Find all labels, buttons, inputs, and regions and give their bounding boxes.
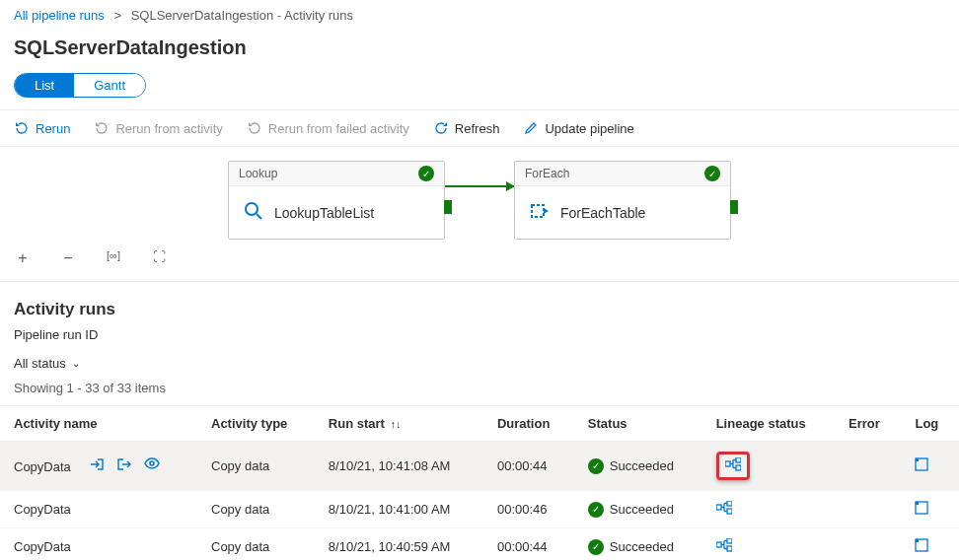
cell-duration: 00:00:44: [483, 442, 574, 491]
cell-run-start: 8/10/21, 10:41:08 AM: [315, 442, 483, 491]
view-gantt-button[interactable]: Gantt: [74, 74, 145, 97]
cell-error: [835, 491, 901, 528]
success-icon: ✓: [588, 458, 604, 474]
log-icon[interactable]: [915, 459, 928, 474]
col-error[interactable]: Error: [835, 406, 901, 442]
result-count: Showing 1 - 33 of 33 items: [0, 381, 959, 405]
sort-icon: ↑↓: [391, 418, 402, 430]
log-icon[interactable]: [915, 503, 928, 518]
foreach-icon: [529, 200, 551, 225]
output-icon[interactable]: [116, 457, 132, 474]
svg-rect-11: [727, 509, 732, 514]
update-pipeline-label: Update pipeline: [545, 121, 633, 136]
cell-activity-type: Copy data: [197, 491, 315, 528]
svg-rect-2: [532, 205, 544, 217]
table-row[interactable]: CopyData Copy data 8/10/21, 10:41:00 AM …: [0, 491, 959, 528]
cell-error: [835, 528, 901, 561]
log-icon[interactable]: [915, 540, 928, 555]
canvas-controls: + − [∞] ⛶: [0, 240, 959, 271]
col-lineage[interactable]: Lineage status: [702, 406, 835, 442]
status-filter-label: All status: [14, 356, 66, 371]
success-badge-icon: ✓: [704, 166, 720, 181]
col-activity-type[interactable]: Activity type: [197, 406, 315, 442]
cell-status: Succeeded: [610, 539, 674, 554]
svg-rect-13: [916, 502, 919, 505]
node-lookup-name: LookupTableList: [274, 205, 374, 221]
zoom-out-button[interactable]: −: [59, 249, 77, 267]
rerun-button[interactable]: Rerun: [14, 120, 70, 136]
svg-rect-4: [725, 461, 730, 466]
breadcrumb-current: SQLServerDataIngestion - Activity runs: [131, 8, 353, 23]
rerun-activity-icon: [94, 120, 110, 136]
zoom-fit-button[interactable]: ⛶: [150, 249, 168, 267]
cell-activity-name: CopyData: [14, 502, 71, 517]
success-icon: ✓: [588, 539, 604, 555]
svg-rect-8: [916, 458, 919, 461]
chevron-down-icon: ⌄: [72, 358, 80, 369]
cell-duration: 00:00:46: [483, 491, 574, 528]
view-toggle: List Gantt: [14, 73, 146, 98]
svg-rect-6: [736, 465, 741, 470]
svg-point-3: [150, 461, 154, 465]
col-run-start[interactable]: Run start ↑↓: [315, 406, 483, 442]
view-list-button[interactable]: List: [15, 74, 74, 97]
node-lookup-type: Lookup: [239, 167, 277, 180]
pipeline-run-id-label: Pipeline run ID: [0, 327, 959, 356]
cell-activity-name: CopyData: [14, 539, 71, 554]
svg-rect-16: [727, 546, 732, 551]
col-activity-name[interactable]: Activity name: [0, 406, 197, 442]
cell-duration: 00:00:44: [483, 528, 574, 561]
zoom-reset-button[interactable]: [∞]: [105, 249, 122, 267]
col-status[interactable]: Status: [574, 406, 702, 442]
refresh-icon: [433, 120, 449, 136]
pipeline-canvas[interactable]: Lookup ✓ LookupTableList ForEach ✓ For: [0, 147, 959, 282]
col-run-start-label: Run start: [329, 416, 385, 431]
rerun-failed-icon: [247, 120, 262, 136]
lineage-status-icon[interactable]: [716, 538, 732, 555]
breadcrumb-root-link[interactable]: All pipeline runs: [14, 8, 105, 23]
col-duration[interactable]: Duration: [483, 406, 574, 442]
cell-run-start: 8/10/21, 10:41:00 AM: [315, 491, 483, 528]
refresh-label: Refresh: [455, 121, 500, 136]
cell-status: Succeeded: [610, 502, 674, 517]
node-foreach-type: ForEach: [525, 167, 569, 180]
cell-error: [835, 442, 901, 491]
node-lookup[interactable]: Lookup ✓ LookupTableList: [228, 161, 445, 240]
cell-activity-type: Copy data: [197, 528, 315, 561]
col-log[interactable]: Log: [901, 406, 959, 442]
success-icon: ✓: [588, 502, 604, 518]
pencil-icon: [523, 120, 539, 136]
details-icon[interactable]: [144, 457, 160, 474]
update-pipeline-button[interactable]: Update pipeline: [523, 120, 633, 136]
rerun-failed-label: Rerun from failed activity: [268, 121, 409, 136]
table-row[interactable]: CopyData Copy data 8/10/21, 10:41:08 AM …: [0, 442, 959, 491]
magnifier-icon: [243, 200, 264, 225]
cell-activity-type: Copy data: [197, 442, 315, 491]
page-title: SQLServerDataIngestion: [0, 27, 959, 73]
cell-activity-name: CopyData: [14, 459, 71, 474]
svg-rect-10: [727, 501, 732, 506]
lineage-status-icon[interactable]: [716, 501, 732, 518]
node-foreach[interactable]: ForEach ✓ ForEachTable: [514, 161, 731, 240]
rerun-icon: [14, 120, 30, 136]
svg-rect-15: [727, 538, 732, 543]
svg-rect-18: [916, 539, 919, 542]
table-row[interactable]: CopyData Copy data 8/10/21, 10:40:59 AM …: [0, 528, 959, 561]
rerun-from-activity-button: Rerun from activity: [94, 120, 222, 136]
rerun-activity-label: Rerun from activity: [115, 121, 222, 136]
svg-line-1: [257, 214, 261, 219]
svg-point-0: [246, 203, 258, 215]
status-filter[interactable]: All status ⌄: [14, 356, 80, 371]
node-foreach-name: ForEachTable: [560, 205, 645, 221]
svg-rect-5: [736, 457, 741, 462]
zoom-in-button[interactable]: +: [14, 249, 32, 267]
cell-status: Succeeded: [610, 458, 674, 473]
input-icon[interactable]: [89, 457, 105, 474]
lineage-status-icon[interactable]: [716, 452, 750, 480]
svg-rect-9: [716, 505, 721, 510]
section-title: Activity runs: [0, 282, 959, 327]
activity-runs-table: Activity name Activity type Run start ↑↓…: [0, 405, 959, 560]
breadcrumb-separator: >: [113, 8, 121, 23]
connector-arrow: [445, 185, 514, 187]
refresh-button[interactable]: Refresh: [433, 120, 500, 136]
